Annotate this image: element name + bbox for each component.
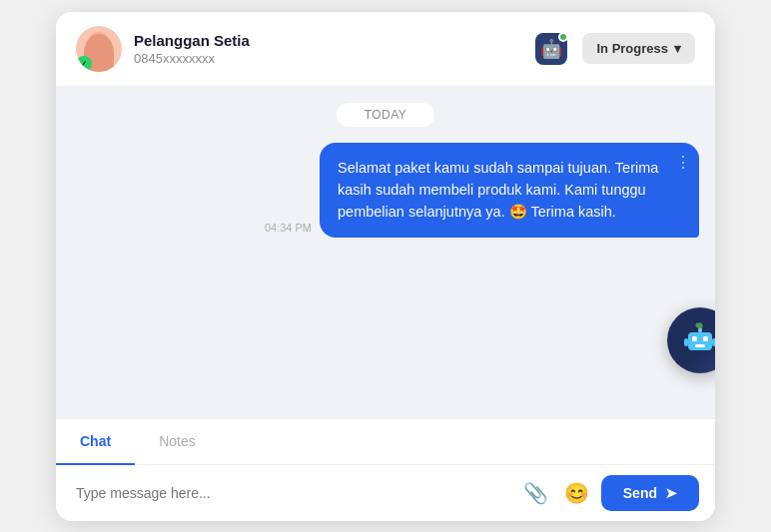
message-bubble: ⋮ Selamat paket kamu sudah sampai tujuan… (320, 143, 699, 238)
tabs: Chat Notes (56, 419, 715, 465)
attachment-button[interactable]: 📎 (519, 477, 552, 509)
contact-name: Pelanggan Setia (134, 32, 520, 49)
svg-rect-2 (703, 336, 708, 341)
chevron-down-icon: ▾ (674, 41, 681, 56)
contact-info: Pelanggan Setia 0845xxxxxxxx (134, 32, 520, 66)
more-vert-icon[interactable]: ⋮ (675, 151, 691, 176)
avatar: ✓ (76, 26, 122, 72)
bot-icon (680, 320, 715, 360)
attachment-icon: 📎 (523, 481, 548, 505)
send-arrow-icon: ➤ (665, 485, 677, 501)
send-button[interactable]: Send ➤ (601, 475, 699, 511)
svg-rect-0 (688, 332, 712, 350)
svg-rect-1 (692, 336, 697, 341)
bottom-panel: Chat Notes 📎 😊 Send ➤ (56, 418, 715, 521)
emoji-icon: 😊 (564, 481, 589, 505)
status-label: In Progress (596, 41, 668, 56)
whatsapp-badge: ✓ (76, 56, 92, 72)
tab-chat[interactable]: Chat (56, 419, 135, 465)
tab-notes[interactable]: Notes (135, 419, 220, 465)
message-text: Selamat paket kamu sudah sampai tujuan. … (338, 160, 658, 221)
header-actions: 🤖 In Progress ▾ (532, 30, 695, 68)
contact-phone: 0845xxxxxxxx (134, 51, 520, 66)
message-timestamp: 04:34 PM (265, 222, 312, 234)
chat-area: TODAY 04:34 PM ⋮ Selamat paket kamu suda… (56, 87, 715, 418)
message-input[interactable] (72, 477, 511, 509)
bot-header-icon: 🤖 (532, 30, 570, 68)
date-label: TODAY (337, 103, 435, 127)
svg-rect-3 (695, 344, 705, 347)
chat-container: ✓ Pelanggan Setia 0845xxxxxxxx 🤖 In Prog… (56, 12, 715, 521)
chat-header: ✓ Pelanggan Setia 0845xxxxxxxx 🤖 In Prog… (56, 12, 715, 87)
bot-status-badge (558, 32, 568, 42)
svg-rect-7 (712, 338, 715, 346)
send-label: Send (623, 485, 657, 501)
message-row: 04:34 PM ⋮ Selamat paket kamu sudah samp… (72, 143, 699, 238)
input-row: 📎 😊 Send ➤ (56, 465, 715, 521)
svg-rect-6 (684, 338, 688, 346)
emoji-button[interactable]: 😊 (560, 477, 593, 509)
status-dropdown-button[interactable]: In Progress ▾ (582, 33, 695, 64)
date-divider: TODAY (72, 103, 699, 127)
